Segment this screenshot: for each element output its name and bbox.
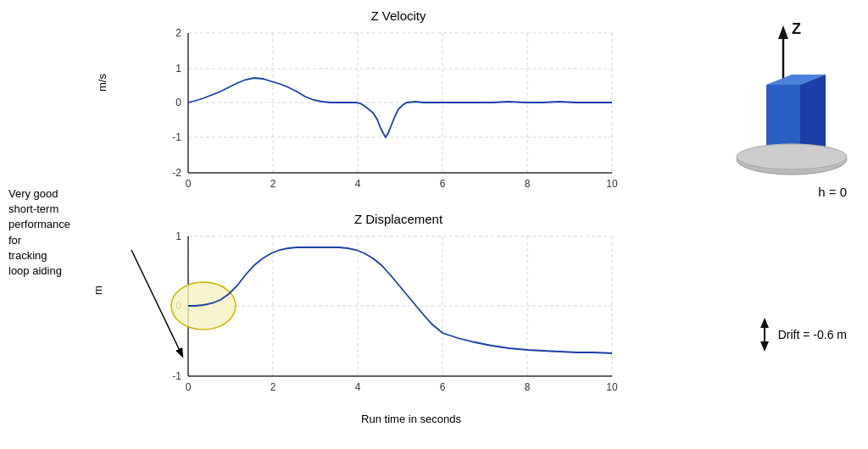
svg-point-54: [737, 144, 847, 169]
svg-text:0: 0: [186, 178, 192, 190]
x-axis-label: Run time in seconds: [144, 413, 678, 425]
displacement-chart: Z Displacement m 1 0: [119, 212, 678, 424]
svg-text:-1: -1: [172, 131, 181, 143]
3d-diagram-svg: Z: [715, 17, 851, 186]
displacement-y-label: m: [92, 285, 104, 295]
h-label: h = 0: [818, 185, 847, 199]
annotation-text: Very good short-term performance for tra…: [8, 186, 119, 279]
svg-text:1: 1: [175, 230, 181, 242]
3d-diagram: Z h = 0: [715, 17, 851, 203]
drift-label: Drift = -0.6 m: [756, 318, 847, 352]
svg-text:6: 6: [440, 381, 446, 393]
drift-text: Drift = -0.6 m: [778, 328, 847, 341]
svg-text:10: 10: [606, 381, 618, 393]
svg-text:0: 0: [175, 97, 181, 108]
svg-text:8: 8: [525, 381, 531, 393]
velocity-chart-svg: 2 1 0 -1 -2 0 2 4 6 8 10: [144, 25, 636, 198]
svg-text:8: 8: [525, 178, 531, 190]
svg-marker-48: [778, 25, 788, 39]
velocity-chart-title: Z Velocity: [119, 8, 678, 23]
svg-marker-57: [760, 341, 769, 352]
displacement-chart-title: Z Displacement: [119, 212, 678, 226]
svg-text:2: 2: [270, 178, 276, 190]
svg-text:-1: -1: [172, 370, 181, 382]
svg-text:1: 1: [175, 63, 181, 75]
svg-marker-56: [760, 318, 769, 328]
svg-text:2: 2: [270, 381, 276, 393]
svg-text:Z: Z: [792, 20, 801, 37]
displacement-chart-svg: 1 0 -1 0 2 4 6 8 10: [144, 228, 636, 406]
velocity-chart: Z Velocity m/s 2: [119, 8, 678, 203]
main-container: Very good short-term performance for tra…: [0, 0, 868, 449]
svg-point-46: [171, 282, 236, 330]
svg-text:10: 10: [606, 178, 618, 190]
svg-text:4: 4: [355, 381, 361, 393]
velocity-y-label: m/s: [96, 74, 108, 91]
svg-text:0: 0: [186, 381, 192, 393]
svg-text:4: 4: [355, 178, 361, 190]
svg-text:2: 2: [175, 27, 181, 39]
charts-area: Z Velocity m/s 2: [119, 8, 678, 441]
svg-text:6: 6: [440, 178, 446, 190]
svg-text:-2: -2: [172, 167, 181, 179]
drift-arrow-icon: [756, 318, 773, 352]
